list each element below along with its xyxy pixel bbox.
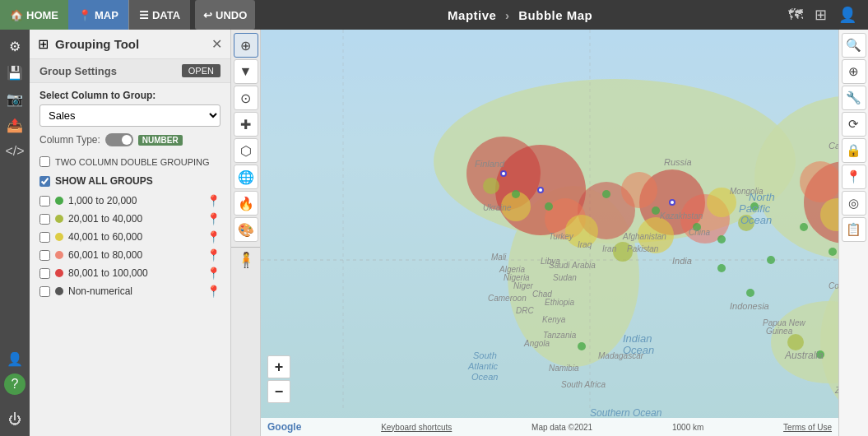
title-separator: › bbox=[505, 8, 510, 22]
group-pin-g1[interactable]: 📍 bbox=[207, 194, 220, 207]
undo-icon: ↩ bbox=[203, 9, 212, 21]
map-area[interactable]: Russia Kazakhstan Mongolia China Ukraine… bbox=[261, 30, 838, 436]
search-button[interactable]: 🔍 bbox=[842, 33, 866, 58]
code-button[interactable]: </> bbox=[3, 140, 26, 163]
map-type: Bubble Map bbox=[518, 8, 592, 22]
group-checkbox-g6[interactable] bbox=[39, 286, 50, 297]
column-type-label: Column Type: bbox=[39, 134, 100, 146]
group-dot-g2 bbox=[55, 215, 63, 223]
map-button[interactable]: 📍 MAP bbox=[68, 0, 128, 30]
toolbar-bubble-icon[interactable]: ⊙ bbox=[234, 86, 258, 110]
group-pin-g6[interactable]: 📍 bbox=[207, 285, 220, 298]
power-button[interactable]: ⏻ bbox=[3, 408, 26, 431]
group-checkbox-g3[interactable] bbox=[39, 232, 50, 243]
undo-label: UNDO bbox=[216, 9, 247, 21]
select-column-label: Select Column to Group: bbox=[39, 90, 220, 101]
group-settings-label: Group Settings bbox=[39, 65, 117, 77]
map-background bbox=[261, 30, 838, 436]
toolbar-shape-icon[interactable]: ⬡ bbox=[234, 138, 258, 163]
map-icon: 📍 bbox=[78, 9, 91, 21]
google-logo: Google bbox=[267, 421, 301, 433]
toolbar-globe-icon[interactable]: 🌐 bbox=[234, 165, 258, 189]
group-pin-g5[interactable]: 📍 bbox=[207, 267, 220, 280]
group-list-item: 80,001 to 100,000📍 bbox=[36, 264, 224, 282]
toolbar-heat-icon[interactable]: 🔥 bbox=[234, 191, 258, 216]
group-list: 1,000 to 20,000📍20,001 to 40,000📍40,001 … bbox=[30, 192, 230, 307]
location-button[interactable]: ◎ bbox=[842, 191, 866, 216]
stack-button[interactable]: ⊞ bbox=[811, 4, 830, 26]
group-pin-g3[interactable]: 📍 bbox=[207, 230, 220, 244]
group-checkbox-g5[interactable] bbox=[39, 268, 50, 279]
camera-button[interactable]: 📷 bbox=[3, 87, 26, 110]
column-type-badge: NUMBER bbox=[138, 135, 183, 146]
group-label-g1: 1,000 to 20,000 bbox=[68, 195, 202, 206]
settings-button[interactable]: ⚙ bbox=[3, 35, 26, 58]
group-checkbox-g2[interactable] bbox=[39, 214, 50, 225]
sidebar-header: ⊞ Grouping Tool ✕ bbox=[30, 30, 230, 59]
show-all-row: SHOW ALL GROUPS bbox=[30, 172, 230, 192]
help-button[interactable]: ? bbox=[4, 373, 26, 395]
group-label-g2: 20,001 to 40,000 bbox=[68, 213, 202, 225]
left-panel: ⊞ Grouping Tool ✕ Group Settings OPEN Se… bbox=[30, 30, 231, 436]
map-label: MAP bbox=[95, 9, 118, 21]
page-title: Maptive › Bubble Map bbox=[255, 8, 785, 22]
undo-button[interactable]: ↩ UNDO bbox=[195, 0, 255, 30]
home-icon: 🏠 bbox=[10, 9, 23, 21]
group-label-g3: 40,001 to 60,000 bbox=[68, 231, 202, 243]
right-sidebar: 🔍 ⊕ 🔧 ⟳ 🔒 📍 ◎ 📋 bbox=[838, 30, 868, 436]
user-button[interactable]: 👤 bbox=[3, 347, 26, 370]
show-all-label: SHOW ALL GROUPS bbox=[55, 175, 153, 187]
group-pin-g4[interactable]: 📍 bbox=[207, 248, 220, 262]
open-button[interactable]: OPEN bbox=[182, 64, 220, 77]
app-name: Maptive bbox=[448, 8, 496, 22]
keyboard-shortcuts-link[interactable]: Keyboard shortcuts bbox=[381, 423, 452, 432]
show-all-checkbox[interactable] bbox=[39, 176, 50, 187]
group-checkbox-g1[interactable] bbox=[39, 196, 50, 206]
toolbar-filter-icon[interactable]: ▼ bbox=[234, 59, 258, 84]
group-settings-row: Group Settings OPEN bbox=[30, 59, 230, 83]
toolbar-style-icon[interactable]: 🎨 bbox=[234, 217, 258, 242]
share-button[interactable]: 👤 bbox=[835, 4, 860, 26]
pin2-button[interactable]: 📍 bbox=[842, 165, 866, 189]
zoom-out-button[interactable]: − bbox=[267, 380, 290, 403]
sidebar-title-row: ⊞ Grouping Tool bbox=[38, 36, 139, 52]
data-label: DATA bbox=[152, 9, 180, 21]
zoom-controls: + − bbox=[267, 355, 290, 403]
zoom-full-button[interactable]: ⊕ bbox=[842, 59, 866, 84]
grouping-tool-icon: ⊞ bbox=[38, 36, 49, 52]
save-button[interactable]: 💾 bbox=[3, 61, 26, 84]
toolbar-pin-icon[interactable]: ✚ bbox=[234, 112, 258, 137]
share2-button[interactable]: 📤 bbox=[3, 114, 26, 137]
zoom-in-button[interactable]: + bbox=[267, 355, 290, 378]
lock-button[interactable]: 🔒 bbox=[842, 138, 866, 163]
column-type-toggle[interactable] bbox=[105, 133, 133, 146]
group-label-g4: 60,001 to 80,000 bbox=[68, 249, 202, 261]
top-navigation: 🏠 HOME 📍 MAP ☰ DATA ↩ UNDO Maptive › Bub… bbox=[0, 0, 868, 30]
select-column-section: Select Column to Group: Sales Column Typ… bbox=[30, 83, 230, 153]
group-dot-g3 bbox=[55, 233, 63, 241]
column-select[interactable]: Sales bbox=[39, 104, 220, 127]
toolbar-layers-icon[interactable]: ⊕ bbox=[234, 33, 258, 58]
group-dot-g1 bbox=[55, 197, 63, 205]
home-button[interactable]: 🏠 HOME bbox=[0, 0, 68, 30]
sidebar-close-button[interactable]: ✕ bbox=[211, 36, 222, 52]
map-footer: Google Keyboard shortcuts Map data ©2021… bbox=[261, 418, 838, 436]
group-list-item: 1,000 to 20,000📍 bbox=[36, 192, 224, 210]
two-column-checkbox[interactable] bbox=[39, 156, 50, 167]
terms-of-use-link[interactable]: Terms of Use bbox=[783, 423, 832, 432]
home-label: HOME bbox=[26, 9, 58, 21]
refresh-button[interactable]: ⟳ bbox=[842, 112, 866, 137]
clipboard-button[interactable]: 📋 bbox=[842, 217, 866, 242]
group-label-g6: Non-numerical bbox=[68, 285, 202, 297]
column-type-row: Column Type: NUMBER bbox=[39, 133, 220, 146]
group-checkbox-g4[interactable] bbox=[39, 250, 50, 261]
layers-button[interactable]: 🗺 bbox=[785, 4, 806, 26]
group-pin-g2[interactable]: 📍 bbox=[207, 212, 220, 225]
map-data-label: Map data ©2021 bbox=[531, 423, 592, 432]
wrench-button[interactable]: 🔧 bbox=[842, 86, 866, 110]
map-icon-toolbar: ⊕ ▼ ⊙ ✚ ⬡ 🌐 🔥 🎨 🧍 bbox=[231, 30, 261, 436]
data-button[interactable]: ☰ DATA bbox=[128, 0, 190, 30]
group-list-item: 20,001 to 40,000📍 bbox=[36, 210, 224, 228]
sidebar-title: Grouping Tool bbox=[55, 37, 139, 51]
toolbar-figure-icon[interactable]: 🧍 bbox=[237, 251, 255, 269]
